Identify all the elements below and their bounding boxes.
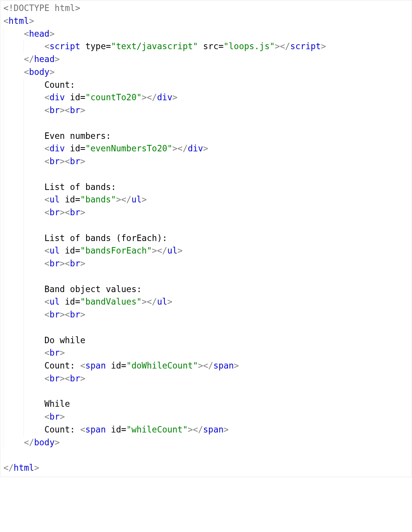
token-str: "whileCount" <box>126 425 188 434</box>
token-tag: ul <box>50 194 60 204</box>
code-line: <!DOCTYPE html> <box>3 2 409 15</box>
token-angle: ></ <box>116 194 132 204</box>
token-eq: = <box>80 143 85 153</box>
token-text: Even numbers: <box>44 131 111 141</box>
indent-guide <box>23 398 44 411</box>
indent-guide <box>3 359 24 372</box>
indent-guide <box>3 40 24 53</box>
token-tag: ul <box>132 194 142 204</box>
token-angle: < <box>44 258 50 268</box>
token-text <box>65 143 70 153</box>
token-tag: span <box>85 361 106 370</box>
indent-guide <box>3 91 24 104</box>
code-line <box>3 117 409 130</box>
token-angle: > <box>60 412 65 422</box>
indent-guide <box>23 219 44 232</box>
token-text <box>60 297 65 306</box>
code-line: <br> <box>3 347 409 359</box>
token-text <box>60 194 65 204</box>
code-line: <html> <box>3 15 409 28</box>
indent-guide <box>23 270 44 283</box>
code-line: </head> <box>3 53 409 66</box>
code-line: Do while <box>3 334 409 347</box>
token-angle: ></ <box>142 92 157 102</box>
indent-guide <box>23 79 44 92</box>
indent-guide <box>23 117 44 130</box>
code-line: <head> <box>3 28 409 40</box>
token-eq: = <box>80 92 85 102</box>
token-tag: br <box>70 207 80 217</box>
token-tag: body <box>34 437 54 447</box>
indent-guide <box>23 104 44 117</box>
code-line: While <box>3 398 409 411</box>
token-tag: br <box>70 258 80 268</box>
code-line: <br><br> <box>3 257 409 270</box>
code-line: Count: <span id="doWhileCount"></span> <box>3 359 409 372</box>
token-angle: < <box>44 412 50 422</box>
code-line <box>3 270 409 283</box>
token-angle: < <box>44 246 50 255</box>
indent-guide <box>3 321 24 334</box>
token-tag: script <box>290 41 321 51</box>
token-attr: id <box>65 194 75 204</box>
indent-guide <box>3 411 24 423</box>
token-attr: id <box>111 425 121 434</box>
indent-guide <box>3 206 24 219</box>
indent-guide <box>3 436 24 449</box>
indent-guide <box>23 130 44 143</box>
token-doctype: <!DOCTYPE html> <box>3 3 80 13</box>
token-tag: div <box>188 143 203 153</box>
token-angle: </ <box>3 463 14 473</box>
token-tag: head <box>29 29 50 39</box>
token-str: "text/javascript" <box>111 41 198 51</box>
token-text: Count: <box>44 80 75 90</box>
token-angle: < <box>44 194 50 204</box>
token-tag: br <box>70 310 80 319</box>
token-text: List of bands (forEach): <box>44 233 167 243</box>
token-angle: ></ <box>172 143 188 153</box>
indent-guide <box>3 385 24 398</box>
token-angle: > <box>321 41 326 51</box>
token-tag: br <box>70 105 80 115</box>
token-text <box>65 92 70 102</box>
token-attr: id <box>70 92 80 102</box>
token-attr: src <box>203 41 218 51</box>
token-angle: > <box>80 207 85 217</box>
token-tag: html <box>9 16 29 26</box>
token-angle: ></ <box>198 361 214 370</box>
token-tag: body <box>29 67 50 77</box>
token-tag: br <box>70 373 80 383</box>
code-line: <ul id="bands"></ul> <box>3 193 409 206</box>
token-attr: id <box>111 361 121 370</box>
token-tag: div <box>50 143 65 153</box>
indent-guide <box>23 321 44 334</box>
token-tag: ul <box>50 246 60 255</box>
code-line <box>3 219 409 232</box>
code-line: </html> <box>3 462 409 474</box>
token-angle: < <box>80 425 85 434</box>
token-angle: ></ <box>188 425 203 434</box>
token-angle: </ <box>24 54 34 64</box>
indent-guide <box>23 308 44 321</box>
token-angle: > <box>50 29 55 39</box>
indent-guide <box>23 142 44 155</box>
token-eq: = <box>75 194 81 204</box>
token-eq: = <box>121 361 127 370</box>
token-angle: < <box>44 92 50 102</box>
token-angle: > <box>80 105 85 115</box>
token-text <box>198 41 203 51</box>
token-angle: < <box>44 143 50 153</box>
code-line: <script type="text/javascript" src="loop… <box>3 40 409 53</box>
code-line: <ul id="bandValues"></ul> <box>3 296 409 308</box>
indent-guide <box>23 168 44 181</box>
token-tag: br <box>70 156 80 166</box>
indent-guide <box>23 347 44 359</box>
code-line: <br> <box>3 411 409 423</box>
token-angle: ></ <box>142 297 157 306</box>
token-angle: < <box>44 41 50 51</box>
token-tag: br <box>50 310 60 319</box>
indent-guide <box>3 142 24 155</box>
token-angle: > <box>54 437 60 447</box>
token-angle: > <box>142 194 147 204</box>
code-line: Band object values: <box>3 283 409 296</box>
